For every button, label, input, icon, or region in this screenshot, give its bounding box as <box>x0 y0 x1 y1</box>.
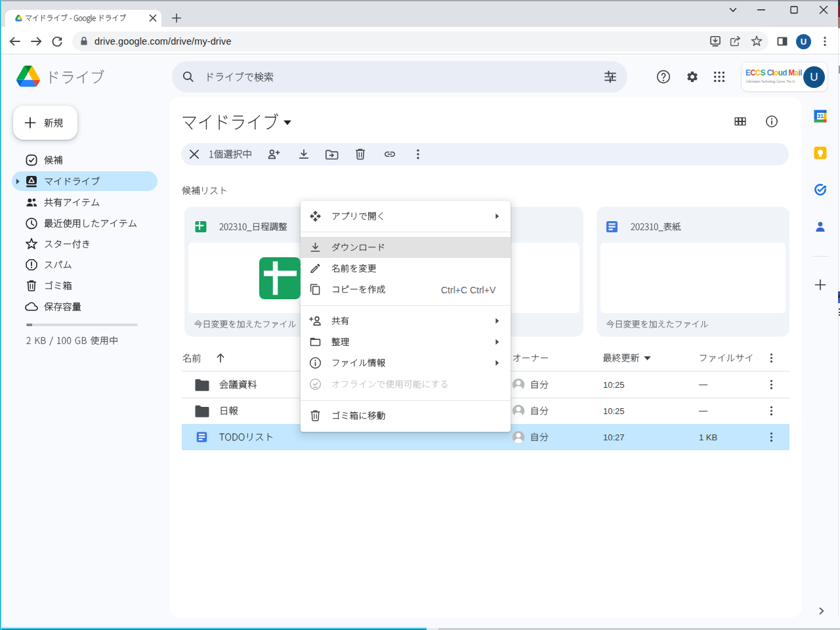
svg-text:31: 31 <box>817 113 824 119</box>
